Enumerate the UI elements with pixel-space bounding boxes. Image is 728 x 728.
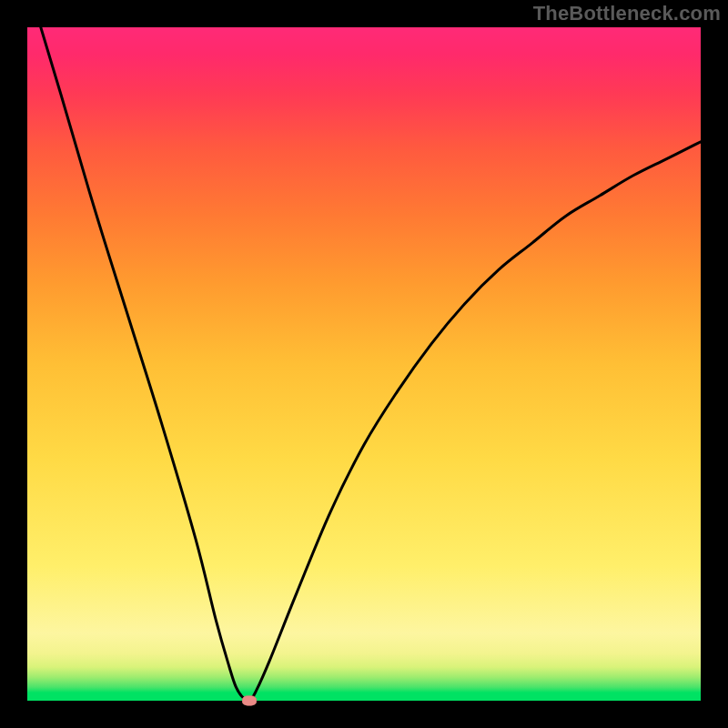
plot-area	[27, 27, 701, 701]
bottleneck-curve	[27, 27, 701, 701]
watermark-text: TheBottleneck.com	[533, 2, 721, 25]
chart-frame: TheBottleneck.com	[0, 0, 728, 728]
optimum-marker	[242, 696, 257, 706]
